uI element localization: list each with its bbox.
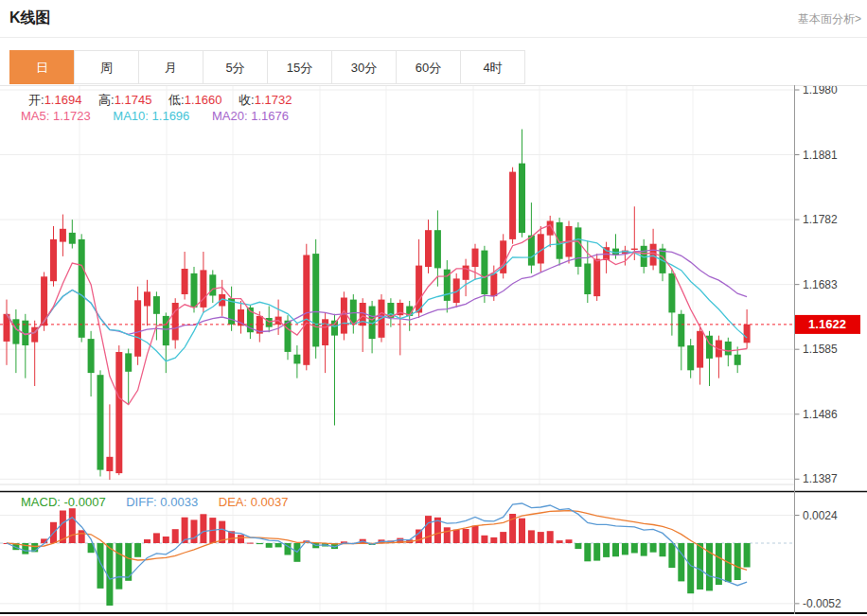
price-tick-label: 1.1881 <box>803 149 838 162</box>
tab-4hour[interactable]: 4时 <box>460 50 525 84</box>
ma5-label: MA5: <box>21 109 49 123</box>
high-value: 1.1745 <box>115 93 152 107</box>
fundamental-analysis-link[interactable]: 基本面分析> <box>798 11 861 27</box>
price-tick-label: 1.1683 <box>803 278 838 291</box>
ma20-value: 1.1676 <box>251 109 289 123</box>
ma20-label: MA20: <box>212 109 248 123</box>
vertical-gridlines <box>80 85 693 612</box>
price-tick-label: 1.1585 <box>803 343 838 356</box>
macd-label: MACD: <box>21 495 61 509</box>
ma5-value: 1.1723 <box>53 109 91 123</box>
candles <box>4 130 751 480</box>
period-tabbar: 日 周 月 5分 15分 30分 60分 4时 <box>9 50 525 84</box>
tab-day[interactable]: 日 <box>9 50 75 84</box>
tab-month[interactable]: 月 <box>138 50 203 84</box>
ma20-line <box>7 250 747 334</box>
low-value: 1.1660 <box>185 93 222 107</box>
macd-value: -0.0007 <box>64 495 106 509</box>
tab-5min[interactable]: 5分 <box>203 50 268 84</box>
tab-30min[interactable]: 30分 <box>331 50 397 84</box>
macd-bar: MACD: -0.0007 DIFF: 0.0033 DEA: 0.0037 <box>21 495 288 509</box>
tab-60min[interactable]: 60分 <box>396 50 461 84</box>
price-tick-label: 1.1486 <box>803 408 838 421</box>
close-value: 1.1732 <box>255 93 292 107</box>
widget-header: K线图 基本面分析> <box>0 0 867 38</box>
macd-tick-label: 0.0024 <box>803 509 838 522</box>
page-title: K线图 <box>9 9 51 28</box>
price-tick-label: 1.1782 <box>803 213 838 226</box>
macd-tick-label: -0.0052 <box>803 597 841 610</box>
dea-label: DEA: <box>219 495 247 509</box>
tab-15min[interactable]: 15分 <box>267 50 332 84</box>
diff-label: DIFF: <box>126 495 157 509</box>
dea-value: 0.0037 <box>251 495 289 509</box>
open-value: 1.1694 <box>44 93 82 107</box>
kline-widget: K线图 基本面分析> 日 周 月 5分 15分 30分 60分 4时 1.198… <box>0 0 867 616</box>
ma10-line <box>7 239 747 361</box>
ohlc-bar: 开:1.1694 高:1.1745 低:1.1660 收:1.1732 <box>28 92 305 109</box>
svg-text:1.1622: 1.1622 <box>808 317 846 331</box>
high-label: 高: <box>98 93 115 107</box>
close-label: 收: <box>239 93 255 107</box>
price-tick-label: 1.1387 <box>803 472 838 485</box>
ma-bar: MA5: 1.1723 MA10: 1.1696 MA20: 1.1676 <box>21 109 289 123</box>
ma10-value: 1.1696 <box>152 109 190 123</box>
ma10-label: MA10: <box>113 109 149 123</box>
diff-value: 0.0033 <box>160 495 198 509</box>
open-label: 开: <box>28 93 44 107</box>
tab-week[interactable]: 周 <box>74 50 139 84</box>
low-label: 低: <box>168 93 185 107</box>
current-price-badge: 1.1622 <box>795 315 860 334</box>
